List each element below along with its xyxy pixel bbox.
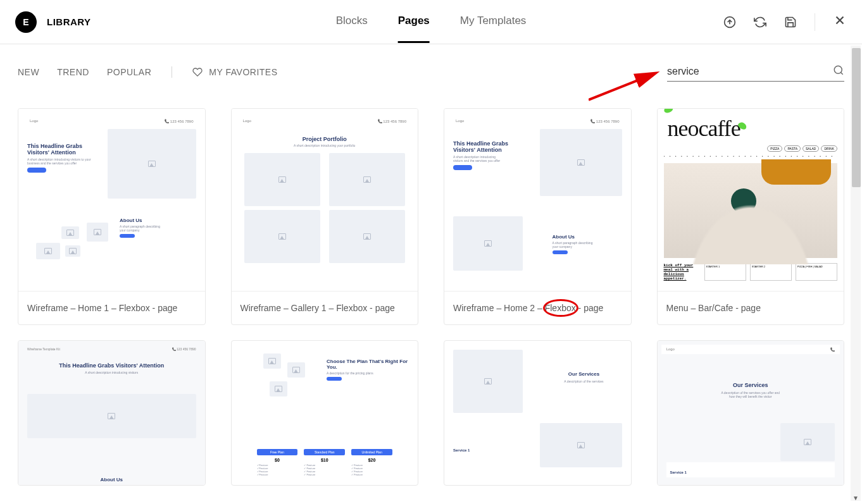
heart-icon	[192, 67, 203, 77]
template-card[interactable]: Logo📞 123 456 7890 This Headline Grabs V…	[18, 108, 206, 325]
template-title: Wireframe – Home 2 – Flexbox - page	[444, 291, 631, 324]
template-thumbnail: Logo📞 123 456 7890 This Headline Grabs V…	[18, 109, 205, 291]
svg-point-3	[834, 66, 842, 73]
upload-icon[interactable]	[723, 16, 736, 28]
template-title: Menu – Bar/Cafe - page	[658, 291, 844, 324]
template-card[interactable]: Logo📞 123 456 7890 This Headline Grabs V…	[444, 108, 632, 325]
template-card[interactable]: Logo📞 Our Services A description of the …	[657, 340, 845, 486]
filter-popular[interactable]: POPULAR	[107, 67, 151, 77]
template-thumbnail: Logo📞 123 456 7890 Project Portfolio A s…	[232, 109, 418, 291]
filter-new[interactable]: NEW	[18, 67, 39, 77]
template-card[interactable]: Our Services A description of the servic…	[444, 340, 632, 486]
elementor-logo: E	[15, 11, 37, 33]
divider	[172, 66, 172, 78]
template-thumbnail: Logo📞 123 456 7890 This Headline Grabs V…	[444, 109, 631, 291]
template-card[interactable]: Wireframe Template Kit📞 123 456 7890 Thi…	[18, 340, 206, 486]
tab-pages[interactable]: Pages	[398, 1, 430, 43]
template-thumbnail: neocaffe PIZZA PASTA SALAD DRINK • • • •…	[658, 109, 844, 291]
template-card[interactable]: neocaffe PIZZA PASTA SALAD DRINK • • • •…	[657, 108, 845, 325]
save-icon[interactable]	[784, 16, 797, 28]
search-input[interactable]	[667, 62, 833, 81]
scrollbar-thumb[interactable]	[852, 48, 861, 187]
search-icon[interactable]	[833, 65, 844, 78]
template-title: Wireframe – Gallery 1 – Flexbox - page	[232, 291, 418, 324]
template-title: Wireframe – Home 1 – Flexbox - page	[18, 291, 205, 324]
filter-trend[interactable]: TREND	[57, 67, 89, 77]
template-card[interactable]: Logo📞 123 456 7890 Project Portfolio A s…	[231, 108, 419, 325]
refresh-icon[interactable]	[754, 16, 766, 28]
template-card[interactable]: Choose The Plan That's Right For You. A …	[231, 340, 419, 486]
tab-my-templates[interactable]: My Templates	[460, 1, 527, 43]
my-favorites-button[interactable]: MY FAVORITES	[192, 67, 277, 77]
library-title: LIBRARY	[47, 16, 91, 27]
scrollbar-down-icon[interactable]: ▼	[851, 493, 861, 503]
close-icon[interactable]	[833, 13, 847, 31]
svg-line-4	[840, 72, 842, 74]
tab-blocks[interactable]: Blocks	[336, 1, 368, 43]
divider	[815, 13, 815, 31]
my-favorites-label: MY FAVORITES	[209, 67, 277, 77]
